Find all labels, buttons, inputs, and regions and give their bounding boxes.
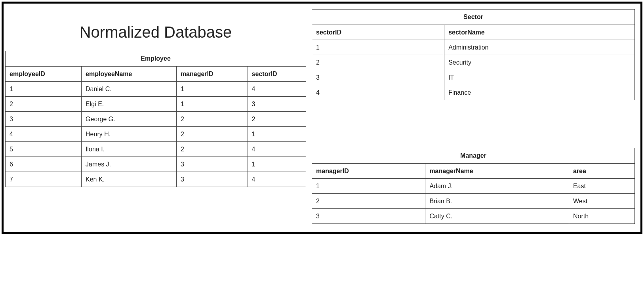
cell: 2: [176, 127, 248, 142]
manager-table: Manager managerID managerName area 1Adam…: [312, 148, 635, 224]
cell: Administration: [444, 40, 635, 55]
sector-table: Sector sectorID sectorName 1Administrati…: [312, 9, 635, 100]
diagram-frame: Normalized Database Employee employeeID …: [2, 2, 642, 234]
cell: 2: [176, 112, 248, 127]
table-row: 1Administration: [312, 40, 635, 55]
table-row: 3George G.22: [6, 112, 306, 127]
cell: 2: [176, 142, 248, 157]
sector-header-row: sectorID sectorName: [312, 25, 635, 40]
employee-header: employeeID: [6, 67, 82, 82]
cell: 3: [6, 112, 82, 127]
manager-header: area: [569, 164, 634, 179]
cell: 4: [248, 172, 306, 187]
table-row: 7Ken K.34: [6, 172, 306, 187]
cell: 4: [6, 127, 82, 142]
cell: 2: [6, 97, 82, 112]
cell: 2: [248, 112, 306, 127]
cell: James J.: [82, 157, 177, 172]
manager-caption: Manager: [312, 148, 635, 163]
employee-table: Employee employeeID employeeName manager…: [5, 51, 306, 187]
table-row: 5Ilona I.24: [6, 142, 306, 157]
left-column: Normalized Database Employee employeeID …: [5, 9, 306, 187]
employee-caption: Employee: [5, 51, 306, 66]
cell: 3: [176, 172, 248, 187]
cell: 3: [312, 70, 444, 85]
cell: Brian B.: [425, 194, 569, 209]
cell: East: [569, 179, 634, 194]
sector-header: sectorName: [444, 25, 635, 40]
cell: 3: [176, 157, 248, 172]
table-row: 2Brian B.West: [312, 194, 635, 209]
employee-header-row: employeeID employeeName managerID sector…: [6, 67, 306, 82]
cell: 7: [6, 172, 82, 187]
manager-header-row: managerID managerName area: [312, 164, 635, 179]
employee-header: managerID: [176, 67, 248, 82]
cell: Security: [444, 55, 635, 70]
cell: Adam J.: [425, 179, 569, 194]
cell: 1: [248, 157, 306, 172]
cell: Henry H.: [82, 127, 177, 142]
table-row: 4Finance: [312, 85, 635, 100]
cell: 4: [312, 85, 444, 100]
cell: 3: [248, 97, 306, 112]
employee-header: employeeName: [82, 67, 177, 82]
cell: 1: [312, 40, 444, 55]
cell: 1: [176, 82, 248, 97]
employee-header: sectorID: [248, 67, 306, 82]
vertical-spacer: [312, 100, 635, 148]
table-row: 2Elgi E.13: [6, 97, 306, 112]
cell: 2: [312, 55, 444, 70]
cell: 3: [312, 209, 425, 224]
cell: 4: [248, 82, 306, 97]
table-row: 6James J.31: [6, 157, 306, 172]
manager-header: managerName: [425, 164, 569, 179]
cell: 6: [6, 157, 82, 172]
table-row: 4Henry H.21: [6, 127, 306, 142]
manager-header: managerID: [312, 164, 425, 179]
cell: 2: [312, 194, 425, 209]
cell: IT: [444, 70, 635, 85]
cell: Ilona I.: [82, 142, 177, 157]
cell: 1: [248, 127, 306, 142]
cell: 1: [176, 97, 248, 112]
cell: Catty C.: [425, 209, 569, 224]
cell: 4: [248, 142, 306, 157]
cell: 1: [6, 82, 82, 97]
page-title: Normalized Database: [5, 9, 306, 51]
sector-header: sectorID: [312, 25, 444, 40]
cell: 5: [6, 142, 82, 157]
cell: 1: [312, 179, 425, 194]
cell: Elgi E.: [82, 97, 177, 112]
table-row: 3Catty C.North: [312, 209, 635, 224]
cell: George G.: [82, 112, 177, 127]
cell: Finance: [444, 85, 635, 100]
cell: Daniel C.: [82, 82, 177, 97]
right-column: Sector sectorID sectorName 1Administrati…: [312, 9, 635, 224]
cell: West: [569, 194, 634, 209]
cell: Ken K.: [82, 172, 177, 187]
cell: North: [569, 209, 634, 224]
table-row: 3IT: [312, 70, 635, 85]
table-row: 1Adam J.East: [312, 179, 635, 194]
table-row: 1Daniel C.14: [6, 82, 306, 97]
table-row: 2Security: [312, 55, 635, 70]
sector-caption: Sector: [312, 9, 635, 25]
